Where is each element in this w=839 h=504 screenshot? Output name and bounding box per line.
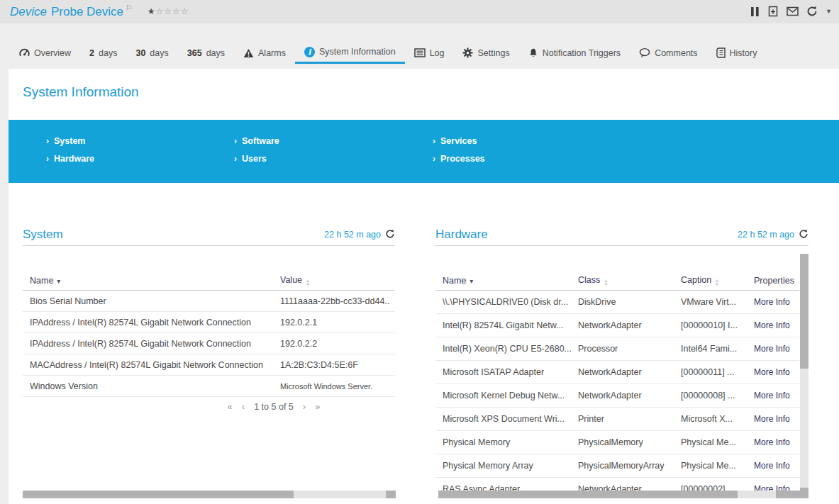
- table-row[interactable]: Physical Memory Array PhysicalMemoryArra…: [435, 454, 799, 478]
- column-header-properties[interactable]: Properties: [754, 276, 799, 286]
- quicklink-label: System: [54, 136, 85, 146]
- email-icon[interactable]: [787, 6, 799, 16]
- table-row[interactable]: Microsoft ISATAP Adapter NetworkAdapter …: [435, 361, 799, 384]
- row-class: NetworkAdapter: [578, 391, 681, 401]
- scrollbar-thumb[interactable]: [800, 254, 809, 369]
- table-row[interactable]: Bios Serial Number 1111aaaa-22bb-cc33-dd…: [23, 291, 395, 312]
- table-row[interactable]: MACAddress / Intel(R) 82574L Gigabit Net…: [23, 354, 395, 376]
- quicklink-label: Software: [242, 136, 279, 146]
- column-header-name[interactable]: Name▾: [435, 276, 578, 286]
- tab-30-days[interactable]: 30days: [126, 42, 177, 64]
- more-info-link[interactable]: More Info: [754, 344, 799, 354]
- system-table-header: Name▾ Value▲▼: [23, 271, 395, 291]
- table-row[interactable]: Microsoft Kernel Debug Netw... NetworkAd…: [435, 384, 799, 408]
- tab-2-days[interactable]: 2days: [80, 42, 126, 64]
- quicklink-hardware[interactable]: ›Hardware: [46, 153, 94, 164]
- table-row[interactable]: Intel(R) 82574L Gigabit Netw... NetworkA…: [435, 314, 799, 337]
- table-row[interactable]: Windows Version Microsoft Windows Server…: [23, 376, 395, 397]
- tab-log[interactable]: Log: [405, 42, 454, 64]
- scrollbar-button[interactable]: [800, 488, 809, 498]
- tab-comments[interactable]: Comments: [630, 42, 706, 64]
- hardware-horizontal-scrollbar[interactable]: [438, 491, 809, 498]
- more-info-link[interactable]: More Info: [754, 367, 799, 377]
- table-row[interactable]: IPAddress / Intel(R) 82574L Gigabit Netw…: [23, 312, 395, 333]
- gear-icon: [462, 47, 473, 58]
- column-header-value[interactable]: Value▲▼: [280, 275, 395, 286]
- last-page-button[interactable]: »: [315, 401, 320, 412]
- row-value: 192.0.2.1: [280, 318, 395, 327]
- system-updated-text: 22 h 52 m ago: [324, 230, 381, 240]
- table-row[interactable]: \\.\PHYSICALDRIVE0 (Disk dr... DiskDrive…: [435, 291, 799, 314]
- add-report-icon[interactable]: [767, 6, 779, 17]
- pause-icon[interactable]: [750, 6, 760, 17]
- quicklink-label: Services: [440, 136, 477, 146]
- refresh-icon[interactable]: [799, 229, 809, 241]
- row-name: Physical Memory Array: [435, 461, 578, 471]
- tab-overview[interactable]: Overview: [10, 42, 80, 64]
- scrollbar-thumb[interactable]: [438, 491, 738, 498]
- row-name: Intel(R) Xeon(R) CPU E5-2680...: [435, 344, 578, 354]
- more-info-link[interactable]: More Info: [754, 437, 799, 447]
- column-header-name[interactable]: Name▾: [23, 276, 280, 286]
- priority-rating[interactable]: ★☆☆☆☆: [148, 6, 189, 16]
- hardware-table: Name▾ Class▲▼ Caption▲▼ Properties \\.\P…: [435, 271, 799, 498]
- tab-label: Notification Triggers: [543, 48, 621, 58]
- more-info-link[interactable]: More Info: [754, 391, 799, 401]
- flag-icon[interactable]: ⚐: [126, 4, 133, 12]
- tab-alarms[interactable]: Alarms: [234, 42, 295, 64]
- scrollbar-thumb[interactable]: [23, 491, 294, 498]
- row-caption: Intel64 Fami...: [681, 344, 754, 354]
- tab-system-information[interactable]: i System Information: [295, 42, 405, 64]
- refresh-icon[interactable]: [806, 6, 818, 17]
- device-header-bar: DeviceProbe Device⚐ ★☆☆☆☆ ▼: [0, 0, 839, 23]
- sort-desc-icon: ▾: [469, 277, 473, 285]
- quicklink-users[interactable]: ›Users: [234, 153, 279, 164]
- quicklink-services[interactable]: ›Services: [433, 135, 485, 147]
- star-filled-icon[interactable]: ★: [148, 6, 156, 16]
- tab-365-days[interactable]: 365days: [178, 42, 234, 64]
- hardware-table-header: Name▾ Class▲▼ Caption▲▼ Properties: [435, 271, 799, 291]
- tab-num: 2: [89, 48, 94, 58]
- tab-label: Settings: [477, 48, 509, 58]
- refresh-icon[interactable]: [385, 229, 395, 241]
- hardware-vertical-scrollbar[interactable]: [800, 254, 809, 498]
- table-row[interactable]: Intel(R) Xeon(R) CPU E5-2680... Processo…: [435, 337, 799, 361]
- info-icon: i: [304, 47, 315, 57]
- more-info-link[interactable]: More Info: [754, 320, 799, 330]
- quicklink-processes[interactable]: ›Processes: [433, 153, 485, 164]
- column-header-class[interactable]: Class▲▼: [578, 275, 681, 286]
- tab-notification-triggers[interactable]: Notification Triggers: [519, 42, 630, 64]
- row-value: 1111aaaa-22bb-cc33-dd44..: [280, 296, 395, 306]
- hardware-updated: 22 h 52 m ago: [738, 229, 809, 241]
- chevron-right-icon: ›: [46, 136, 49, 146]
- system-panel-header: System 22 h 52 m ago: [23, 224, 395, 246]
- caret-down-icon[interactable]: ▼: [826, 8, 832, 15]
- tab-settings[interactable]: Settings: [453, 42, 518, 64]
- tab-label: Alarms: [258, 48, 286, 58]
- column-header-caption[interactable]: Caption▲▼: [681, 275, 754, 286]
- quicklinks-column: ›Software ›Users: [234, 135, 279, 171]
- hardware-updated-text: 22 h 52 m ago: [738, 230, 794, 240]
- more-info-link[interactable]: More Info: [754, 297, 799, 307]
- star-empty-icons[interactable]: ☆☆☆☆: [155, 6, 189, 16]
- more-info-link[interactable]: More Info: [754, 414, 799, 424]
- system-table-body: Bios Serial Number 1111aaaa-22bb-cc33-dd…: [23, 291, 395, 397]
- scrollbar-button[interactable]: [386, 491, 396, 498]
- prev-page-button[interactable]: ‹: [242, 401, 245, 412]
- first-page-button[interactable]: «: [228, 401, 233, 412]
- quicklink-software[interactable]: ›Software: [234, 135, 279, 147]
- more-info-link[interactable]: More Info: [754, 461, 799, 471]
- table-row[interactable]: Microsoft XPS Document Wri... Printer Mi…: [435, 408, 799, 431]
- hardware-table-body: \\.\PHYSICALDRIVE0 (Disk dr... DiskDrive…: [435, 291, 799, 498]
- next-page-button[interactable]: ›: [303, 401, 306, 412]
- row-name: Microsoft XPS Document Wri...: [435, 414, 578, 424]
- sort-icon: ▲▼: [715, 279, 719, 286]
- system-horizontal-scrollbar[interactable]: [23, 491, 396, 498]
- quicklink-system[interactable]: ›System: [46, 135, 94, 147]
- gauge-icon: [19, 47, 30, 58]
- tab-history[interactable]: History: [707, 42, 767, 64]
- table-row[interactable]: IPAddress / Intel(R) 82574L Gigabit Netw…: [23, 333, 395, 354]
- table-row[interactable]: Physical Memory PhysicalMemory Physical …: [435, 431, 799, 454]
- sort-icon: ▲▼: [604, 279, 608, 286]
- row-name: Microsoft ISATAP Adapter: [435, 367, 578, 377]
